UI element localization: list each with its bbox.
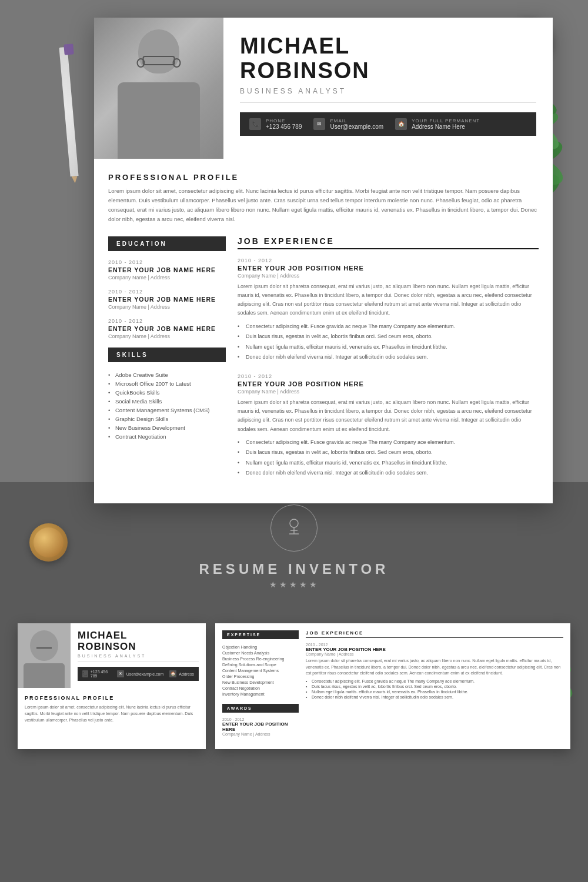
- branding-section: RESUME INVENTOR ★★★★★: [0, 488, 588, 606]
- skill-item: Social Media Skills: [108, 397, 226, 406]
- svg-point-6: [290, 519, 298, 527]
- contact-email: ✉ EMAIL User@example.com: [313, 118, 383, 130]
- contact-email-info: EMAIL User@example.com: [330, 118, 383, 130]
- person-head: [138, 29, 179, 74]
- mini-right-left-col: EXPERTISE Objection Handling Customer Ne…: [222, 630, 299, 742]
- photo-placeholder: [94, 18, 223, 159]
- right-column: JOB EXPERIENCE 2010 - 2012 ENTER YOUR JO…: [238, 236, 539, 489]
- mini-home-icon: 🏠: [169, 670, 176, 677]
- skills-section-header: SKILLS: [108, 348, 226, 362]
- job-bullet: Consectetur adipiscing elit. Fusce gravi…: [238, 437, 539, 448]
- brand-name: RESUME INVENTOR: [199, 561, 389, 577]
- expertise-item: Order Processing: [222, 673, 299, 679]
- profile-text: Lorem ipsum dolor sit amet, consectetur …: [108, 186, 539, 225]
- mini-contact-address: 🏠 Address: [169, 670, 194, 677]
- job-bullet: Donec dolor nibh eleifend viverra nisl. …: [238, 352, 539, 363]
- expertise-item: New Business Development: [222, 679, 299, 685]
- mini-right-right-col: JOB EXPERIENCE 2010 - 2012 ENTER YOUR JO…: [306, 630, 563, 742]
- experience-section-header: JOB EXPERIENCE: [238, 236, 539, 249]
- mini-bullet: Donec dolor nibh eleifend viverra nisl. …: [306, 694, 563, 700]
- awards-header: AWARDS: [222, 704, 299, 713]
- job-bullet: Nullam eget ligula mattis, efficitur mau…: [238, 342, 539, 353]
- expertise-item: Objection Handling: [222, 644, 299, 650]
- job-experience-header: JOB EXPERIENCE: [306, 630, 563, 638]
- job-bullet: Nullam eget ligula mattis, efficitur mau…: [238, 458, 539, 469]
- resume-body: PROFESSIONAL PROFILE Lorem ipsum dolor s…: [94, 159, 553, 503]
- mini-info-left: MICHAEL ROBINSON BUSINESS ANALYST 📞 +123…: [71, 623, 206, 688]
- skill-item: New Business Development: [108, 423, 226, 432]
- skill-item: Microsoft Office 2007 to Latest: [108, 379, 226, 388]
- person-body: [118, 82, 200, 159]
- edu-item-2: 2010 - 2012 ENTER YOUR JOB NAME HERE Com…: [108, 289, 226, 310]
- mini-email-icon: ✉: [117, 670, 124, 677]
- svg-rect-16: [24, 663, 65, 688]
- edu-item-1: 2010 - 2012 ENTER YOUR JOB NAME HERE Com…: [108, 259, 226, 280]
- expertise-list: Objection Handling Customer Needs Analys…: [222, 644, 299, 697]
- mini-card-right: EXPERTISE Objection Handling Customer Ne…: [215, 623, 570, 749]
- two-column-layout: EDUCATION 2010 - 2012 ENTER YOUR JOB NAM…: [108, 236, 539, 489]
- bottom-section: MICHAEL ROBINSON BUSINESS ANALYST 📞 +123…: [18, 623, 570, 749]
- skills-list: Adobe Creative Suite Microsoft Office 20…: [108, 370, 226, 441]
- job-item-1: 2010 - 2012 ENTER YOUR JOB POSITION HERE…: [238, 258, 539, 363]
- expertise-item: Inventory Management: [222, 691, 299, 697]
- brand-circle: [270, 505, 318, 552]
- mini-contact-email: ✉ User@example.com: [117, 670, 164, 677]
- skill-item: QuickBooks Skills: [108, 388, 226, 397]
- phone-icon: 📞: [249, 118, 261, 130]
- mini-bullet: Consectetur adipiscing elit. Fusce gravi…: [306, 679, 563, 684]
- job-bullet: Donec dolor nibh eleifend viverra nisl. …: [238, 468, 539, 479]
- job-bullets-1: Consectetur adipiscing elit. Fusce gravi…: [238, 322, 539, 363]
- brand-icon: [283, 517, 305, 539]
- expertise-item: Business Process Re-engineering: [222, 656, 299, 662]
- expertise-header: EXPERTISE: [222, 630, 299, 639]
- header-info: MICHAEL ROBINSON BUSINESS ANALYST 📞 PHON…: [223, 18, 553, 159]
- profile-photo: [94, 18, 223, 159]
- mini-job-bullets: Consectetur adipiscing elit. Fusce gravi…: [306, 679, 563, 700]
- contact-address: 🏠 Your Full Permanent Address Name Here: [395, 118, 480, 130]
- contact-phone: 📞 PHONE +123 456 789: [249, 118, 302, 130]
- resume-job-title: BUSINESS ANALYST: [240, 87, 536, 103]
- mini-name-left: MICHAEL ROBINSON: [78, 630, 199, 652]
- mini-profile-title: PROFESSIONAL PROFILE: [25, 695, 199, 701]
- job-bullet: Duis lacus risus, egestas in velit ac, l…: [238, 332, 539, 342]
- resume-card-main: MICHAEL ROBINSON BUSINESS ANALYST 📞 PHON…: [94, 18, 553, 503]
- expertise-item: Content Management Systems: [222, 667, 299, 673]
- mini-profile-text: Lorem ipsum dolor sit amet, consectetur …: [25, 704, 199, 724]
- mini-body-left: PROFESSIONAL PROFILE Lorem ipsum dolor s…: [18, 688, 206, 731]
- profile-section-title: PROFESSIONAL PROFILE: [108, 173, 539, 182]
- skill-item: Graphic Design Skills: [108, 415, 226, 423]
- mini-bullet: Duis lacus risus, egestas in velit ac, l…: [306, 684, 563, 689]
- job-item-2: 2010 - 2012 ENTER YOUR JOB POSITION HERE…: [238, 373, 539, 479]
- skill-item: Adobe Creative Suite: [108, 370, 226, 379]
- mini-right-body: EXPERTISE Objection Handling Customer Ne…: [215, 623, 570, 749]
- mini-contact-phone: 📞 +123 456 789: [82, 670, 111, 678]
- resume-header: MICHAEL ROBINSON BUSINESS ANALYST 📞 PHON…: [94, 18, 553, 159]
- mini-card-left: MICHAEL ROBINSON BUSINESS ANALYST 📞 +123…: [18, 623, 206, 749]
- expertise-item: Contract Negotiation: [222, 685, 299, 691]
- mini-photo-left: [18, 623, 71, 688]
- mini-title-left: BUSINESS ANALYST: [78, 654, 199, 662]
- skill-item: Contract Negotiation: [108, 432, 226, 441]
- edu-item-3: 2010 - 2012 ENTER YOUR JOB NAME HERE Com…: [108, 318, 226, 339]
- glasses: [143, 56, 175, 65]
- mini-phone-icon: 📞: [82, 670, 88, 677]
- education-section-header: EDUCATION: [108, 236, 226, 251]
- svg-point-15: [30, 630, 58, 661]
- expertise-item: Customer Needs Analysis: [222, 650, 299, 656]
- expertise-item: Defining Solutions and Scope: [222, 662, 299, 667]
- home-icon: 🏠: [395, 118, 407, 130]
- contact-bar: 📞 PHONE +123 456 789 ✉ EMAIL User@exampl…: [240, 112, 536, 136]
- email-icon: ✉: [313, 118, 325, 130]
- resume-name: MICHAEL ROBINSON: [240, 34, 536, 83]
- left-column: EDUCATION 2010 - 2012 ENTER YOUR JOB NAM…: [108, 236, 226, 489]
- job-bullet: Duis lacus risus, egestas in velit ac, l…: [238, 447, 539, 458]
- mini-job-item-1: 2010 - 2012 ENTER YOUR JOB POSITION HERE…: [306, 643, 563, 700]
- job-bullet: Consectetur adipiscing elit. Fusce gravi…: [238, 322, 539, 332]
- mini-bullet: Nullam eget ligula mattis. efficitur mau…: [306, 689, 563, 694]
- mini-contact-bar-left: 📞 +123 456 789 ✉ User@example.com 🏠 Addr…: [78, 667, 199, 681]
- awards-section: AWARDS 2010 - 2012 ENTER YOUR JOB POSITI…: [222, 704, 299, 736]
- job-bullets-2: Consectetur adipiscing elit. Fusce gravi…: [238, 437, 539, 479]
- awards-item: 2010 - 2012 ENTER YOUR JOB POSITION HERE…: [222, 717, 299, 736]
- brand-stars: ★★★★★: [269, 580, 319, 589]
- skill-item: Content Management Systems (CMS): [108, 406, 226, 415]
